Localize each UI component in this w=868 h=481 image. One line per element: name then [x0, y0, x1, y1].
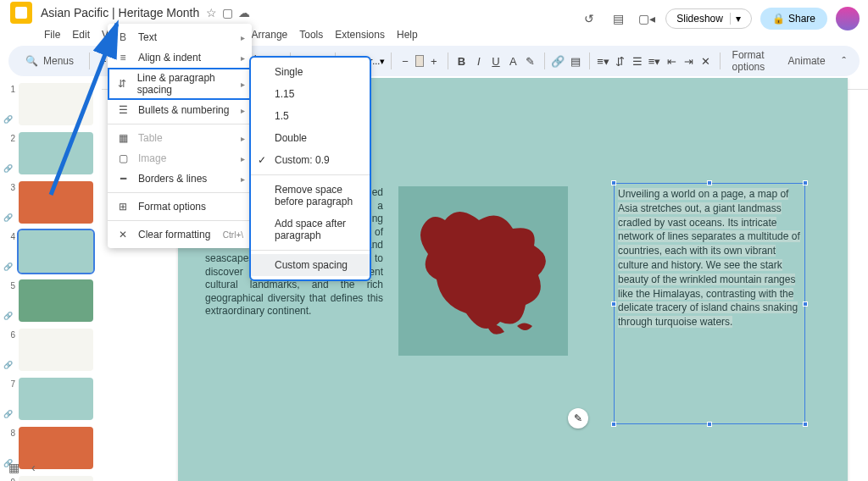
font-size-box[interactable]: [415, 55, 424, 67]
move-icon[interactable]: ▢: [222, 6, 233, 19]
comments-icon[interactable]: ▤: [608, 8, 628, 29]
format-clear-item[interactable]: ✕Clear formattingCtrl+\: [108, 224, 252, 245]
slide-thumb-3[interactable]: [19, 181, 93, 224]
spacing-submenu: Single 1.15 1.5 Double ✓Custom: 0.9 Remo…: [251, 58, 370, 279]
thumb-link-icon: 🔗: [3, 361, 13, 369]
animate-button[interactable]: Animate: [783, 55, 831, 67]
check-icon: ✓: [258, 154, 266, 166]
search-menus[interactable]: 🔍 Menus: [17, 52, 82, 70]
bold-button[interactable]: B: [454, 50, 468, 72]
menu-file[interactable]: File: [39, 27, 65, 42]
thumb-link-icon: 🔗: [3, 164, 13, 173]
list-button[interactable]: ☰: [631, 50, 644, 72]
options-icon: ⊞: [116, 201, 130, 213]
line-spacing-button[interactable]: ⇵: [614, 50, 627, 72]
menu-edit[interactable]: Edit: [67, 27, 95, 42]
resize-handle[interactable]: [707, 422, 712, 427]
document-title[interactable]: Asian Pacific | Heritage Month: [41, 6, 199, 19]
format-text-item[interactable]: BText▸: [108, 27, 252, 47]
add-comment-button[interactable]: ▤: [568, 50, 581, 72]
borders-icon: ━: [116, 173, 130, 185]
thumb-link-icon: 🔗: [3, 115, 13, 124]
slideshow-button[interactable]: Slideshow▾: [665, 8, 752, 29]
slide-thumb-2[interactable]: [19, 132, 93, 174]
spacing-double[interactable]: Double: [251, 127, 370, 149]
spacing-remove-before[interactable]: Remove space before paragraph: [251, 179, 370, 213]
chevron-right-icon: ▸: [241, 53, 245, 63]
format-borders-item[interactable]: ━Borders & lines▸: [108, 169, 252, 189]
highlight-color-button[interactable]: ✎: [523, 50, 537, 72]
spacing-add-after[interactable]: Add space after paragraph: [251, 213, 370, 246]
decrease-size[interactable]: −: [398, 50, 412, 72]
align-icon: ≡: [116, 52, 130, 64]
format-options-item[interactable]: ⊞Format options: [108, 196, 252, 217]
chevron-right-icon: ▸: [241, 134, 245, 143]
slide-thumb-1[interactable]: [19, 83, 93, 125]
resize-handle[interactable]: [707, 180, 712, 185]
spacing-icon: ⇵: [116, 78, 129, 90]
slides-logo[interactable]: [10, 2, 32, 24]
insert-link-button[interactable]: 🔗: [551, 50, 565, 72]
slide-thumb-7[interactable]: [19, 378, 93, 420]
menu-arrange[interactable]: Arrange: [247, 27, 293, 42]
menu-tools[interactable]: Tools: [294, 27, 328, 42]
chevron-right-icon: ▸: [241, 154, 245, 163]
user-avatar[interactable]: [836, 7, 860, 30]
clear-icon: ✕: [116, 229, 130, 240]
image-icon: ▢: [116, 152, 130, 164]
format-image-item: ▢Image▸: [108, 148, 252, 169]
underline-button[interactable]: U: [489, 50, 503, 72]
format-spacing-item[interactable]: ⇵Line & paragraph spacing▸: [108, 68, 252, 100]
star-icon[interactable]: ☆: [206, 6, 217, 19]
cloud-icon[interactable]: ☁: [238, 6, 250, 19]
spacing-115[interactable]: 1.15: [251, 83, 370, 105]
resize-handle[interactable]: [611, 180, 616, 185]
slide-panel: 1🔗 2🔗 3🔗 4🔗 5🔗 6🔗 7🔗 8🔗 9: [0, 78, 102, 481]
slide-thumb-6[interactable]: [19, 329, 93, 371]
resize-handle[interactable]: [611, 301, 616, 307]
numbered-list-button[interactable]: ≡▾: [648, 50, 661, 72]
format-bullets-item[interactable]: ☰Bullets & numbering▸: [108, 100, 252, 120]
align-button[interactable]: ≡▾: [596, 50, 609, 72]
text-icon: B: [116, 31, 130, 43]
spacing-single[interactable]: Single: [251, 61, 370, 83]
thumb-link-icon: 🔗: [3, 263, 13, 271]
collapse-toolbar-button[interactable]: ˆ: [837, 50, 851, 72]
format-options-button[interactable]: Format options: [727, 49, 780, 73]
resize-handle[interactable]: [803, 180, 808, 185]
resize-handle[interactable]: [803, 422, 808, 427]
spacing-custom[interactable]: Custom spacing: [251, 254, 370, 276]
increase-size[interactable]: +: [427, 50, 441, 72]
right-text-block[interactable]: Unveiling a world on a page, a map of As…: [618, 187, 801, 329]
floating-suggest-icon[interactable]: ✎: [568, 408, 588, 428]
slide-thumb-5[interactable]: [19, 279, 93, 322]
share-button[interactable]: 🔒 Share: [760, 8, 827, 30]
clear-format-button[interactable]: ✕: [699, 50, 713, 72]
thumb-link-icon: 🔗: [3, 213, 13, 222]
format-align-item[interactable]: ≡Align & indent▸: [108, 47, 252, 68]
menu-extensions[interactable]: Extensions: [330, 27, 390, 42]
menu-help[interactable]: Help: [392, 27, 423, 42]
grid-view-icon[interactable]: ▦: [8, 461, 19, 474]
text-color-button[interactable]: A: [506, 50, 520, 72]
map-image-box[interactable]: [398, 186, 568, 356]
chevron-right-icon: ▸: [241, 80, 245, 89]
slide-thumb-4[interactable]: [19, 230, 93, 273]
chevron-right-icon: ▸: [241, 106, 245, 115]
bullets-icon: ☰: [116, 104, 130, 116]
resize-handle[interactable]: [803, 301, 808, 307]
spacing-custom-val[interactable]: ✓Custom: 0.9: [251, 149, 370, 171]
slide-thumb-9[interactable]: [19, 476, 93, 481]
collapse-panel-icon[interactable]: ‹: [31, 461, 36, 474]
meet-icon[interactable]: ▢◂: [637, 8, 657, 29]
format-table-item: ▦Table▸: [108, 128, 252, 148]
indent-decrease-button[interactable]: ⇤: [665, 50, 678, 72]
thumb-link-icon: 🔗: [3, 312, 13, 320]
italic-button[interactable]: I: [472, 50, 486, 72]
spacing-15[interactable]: 1.5: [251, 105, 370, 127]
history-icon[interactable]: ↺: [579, 8, 599, 29]
chevron-right-icon: ▸: [241, 33, 245, 42]
indent-increase-button[interactable]: ⇥: [682, 50, 696, 72]
resize-handle[interactable]: [611, 422, 616, 427]
selected-text-box[interactable]: Unveiling a world on a page, a map of As…: [614, 183, 805, 424]
